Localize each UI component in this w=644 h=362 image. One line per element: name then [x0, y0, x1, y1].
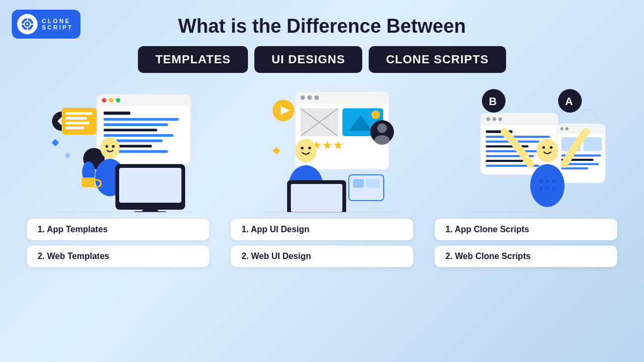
header-tags: TEMPLATES UI DESIGNS CLONE SCRIPTS: [0, 46, 644, 73]
svg-point-113: [530, 164, 565, 207]
logo-tagline: SCRIPT: [42, 24, 73, 31]
svg-point-115: [546, 180, 549, 183]
tag-ui-designs: UI DESIGNS: [254, 46, 362, 73]
illustration-templates: [32, 78, 204, 212]
svg-point-71: [309, 147, 311, 150]
logo-name: Clone: [42, 18, 73, 24]
svg-point-119: [552, 187, 555, 190]
svg-point-88: [487, 117, 491, 121]
svg-rect-97: [486, 160, 523, 162]
svg-rect-10: [64, 152, 70, 158]
svg-rect-50: [273, 147, 280, 154]
svg-text:B: B: [489, 95, 496, 107]
svg-point-68: [375, 135, 390, 145]
column-clone-scripts: B A: [435, 78, 617, 272]
svg-rect-27: [104, 134, 173, 137]
svg-point-117: [539, 187, 543, 190]
svg-point-111: [543, 146, 545, 149]
svg-rect-95: [486, 150, 545, 152]
svg-point-39: [112, 145, 115, 148]
illustration-ui-designs: ★★★★: [236, 78, 408, 212]
svg-point-116: [552, 180, 555, 183]
svg-rect-35: [65, 127, 84, 129]
logo-icon: [17, 14, 38, 34]
svg-rect-9: [52, 139, 59, 146]
svg-rect-76: [349, 175, 384, 201]
svg-point-20: [102, 98, 106, 102]
logo-text: Clone SCRIPT: [42, 18, 73, 31]
svg-point-90: [499, 117, 502, 121]
svg-point-69: [295, 139, 317, 162]
illustration-clone-scripts: B A: [440, 78, 612, 212]
app-ui-item: 1. App UI Design: [231, 219, 413, 240]
logo: Clone SCRIPT: [12, 10, 80, 39]
clone-scripts-list: 1. App Clone Scripts 2. Web Clone Script…: [435, 219, 617, 272]
svg-rect-92: [486, 136, 550, 138]
svg-point-58: [314, 95, 319, 100]
svg-rect-105: [583, 137, 602, 151]
web-ui-item: 2. Web UI Design: [231, 246, 413, 267]
app-clone-item: 1. App Clone Scripts: [435, 219, 617, 240]
svg-rect-26: [104, 129, 157, 131]
svg-rect-33: [65, 117, 87, 120]
svg-rect-78: [366, 179, 380, 188]
svg-text:A: A: [565, 95, 573, 107]
svg-point-70: [301, 147, 304, 150]
svg-point-112: [550, 146, 553, 149]
svg-rect-31: [62, 108, 97, 135]
svg-point-22: [116, 98, 120, 102]
svg-point-21: [109, 98, 113, 102]
svg-point-67: [377, 123, 387, 133]
tag-templates: TEMPLATES: [138, 46, 248, 73]
svg-point-118: [546, 187, 549, 190]
svg-point-102: [560, 127, 564, 130]
svg-point-56: [301, 95, 305, 100]
main-columns: 1. App Templates 2. Web Templates: [0, 78, 644, 272]
svg-rect-24: [104, 118, 179, 121]
ui-designs-list: 1. App UI Design 2. Web UI Design: [231, 219, 413, 272]
svg-rect-44: [119, 168, 181, 203]
svg-rect-23: [104, 112, 130, 115]
header-section: What is the Difference Between TEMPLATES…: [0, 0, 644, 73]
svg-rect-34: [65, 122, 90, 124]
svg-point-110: [537, 139, 558, 162]
web-clone-item: 2. Web Clone Scripts: [435, 246, 617, 267]
app-templates-item: 1. App Templates: [27, 219, 209, 240]
svg-point-103: [565, 127, 568, 130]
svg-point-114: [539, 180, 543, 183]
templates-list: 1. App Templates 2. Web Templates: [27, 219, 209, 272]
main-title: What is the Difference Between: [0, 15, 644, 38]
svg-point-38: [106, 145, 108, 148]
svg-rect-77: [353, 179, 364, 188]
svg-rect-74: [291, 184, 342, 212]
column-ui-designs: ★★★★: [231, 78, 413, 272]
tag-clone-scripts: CLONE SCRIPTS: [369, 46, 506, 73]
svg-point-2: [26, 23, 28, 25]
svg-point-64: [371, 110, 380, 119]
svg-rect-42: [82, 178, 94, 187]
web-templates-item: 2. Web Templates: [27, 246, 209, 267]
column-templates: 1. App Templates 2. Web Templates: [27, 78, 209, 272]
svg-point-57: [308, 95, 312, 100]
svg-rect-25: [104, 123, 168, 126]
svg-point-37: [100, 137, 120, 159]
svg-point-89: [493, 117, 496, 121]
svg-rect-87: [480, 119, 558, 125]
svg-rect-32: [65, 112, 92, 115]
